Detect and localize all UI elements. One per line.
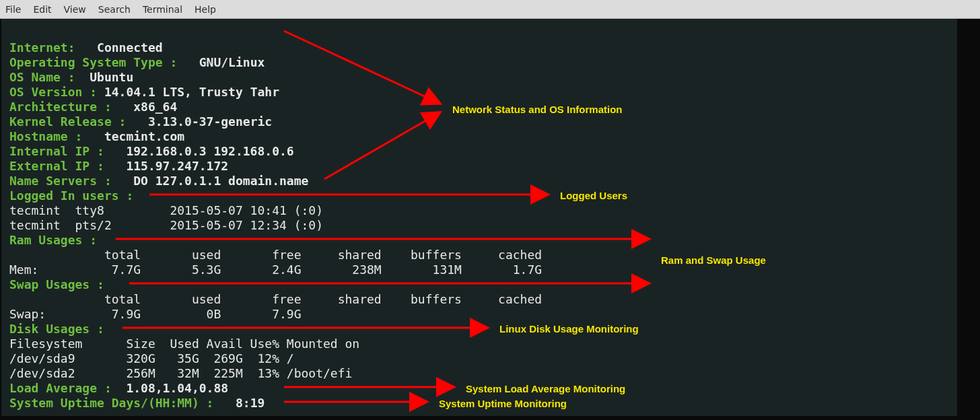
ram-row: Mem: 7.7G 5.3G 2.4G 238M 131M 1.7G	[9, 262, 542, 277]
swap-label: Swap Usages :	[9, 277, 112, 291]
terminal-output: Internet: Connected Operating System Typ…	[1, 19, 957, 416]
disk-label: Disk Usages :	[9, 322, 112, 336]
kernel-value: 3.13.0-37-generic	[133, 114, 272, 129]
disk-row: /dev/sda9 320G 35G 269G 12% /	[9, 351, 294, 365]
host-value: tecmint.com	[90, 129, 184, 143]
ns-label: Name Servers :	[9, 174, 119, 188]
svg-line-0	[284, 31, 439, 103]
arch-value: x86_64	[119, 100, 178, 114]
menu-search[interactable]: Search	[98, 4, 131, 15]
logged-user-row: tecmint tty8 2015-05-07 10:41 (:0)	[9, 203, 323, 217]
extip-label: External IP :	[9, 159, 112, 173]
osname-label: OS Name :	[9, 70, 82, 84]
swap-header: total used free shared buffers cached	[9, 292, 542, 306]
ram-label: Ram Usages :	[9, 233, 104, 247]
internet-label: Internet:	[9, 40, 82, 55]
disk-header: Filesystem Size Used Avail Use% Mounted …	[9, 337, 359, 351]
annotation-ram: Ram and Swap Usage	[661, 253, 766, 268]
ostype-label: Operating System Type :	[9, 55, 184, 69]
load-value: 1.08,1.04,0.88	[119, 381, 229, 395]
arch-label: Architecture :	[9, 100, 119, 114]
annotation-load: System Load Average Monitoring	[466, 382, 625, 396]
menu-view[interactable]: View	[64, 4, 86, 15]
extip-value: 115.97.247.172	[112, 159, 228, 173]
annotation-network: Network Status and OS Information	[452, 102, 623, 117]
ns-value: DO 127.0.1.1 domain.name	[119, 174, 309, 188]
menubar: File Edit View Search Terminal Help	[0, 0, 980, 19]
intip-value: 192.168.0.3 192.168.0.6	[112, 144, 294, 158]
uptime-label: System Uptime Days/(HH:MM) :	[9, 396, 221, 410]
logged-label: Logged In users :	[9, 188, 141, 203]
menu-file[interactable]: File	[5, 4, 21, 15]
disk-row: /dev/sda2 256M 32M 225M 13% /boot/efi	[9, 366, 352, 380]
svg-line-1	[324, 113, 439, 179]
annotation-logged: Logged Users	[560, 188, 627, 203]
annotation-disk: Linux Disk Usage Monitoring	[499, 322, 639, 337]
osname-value: Ubuntu	[82, 70, 133, 84]
internet-value: Connected	[82, 40, 162, 55]
menu-help[interactable]: Help	[195, 4, 216, 15]
ram-header: total used free shared buffers cached	[9, 248, 542, 262]
ostype-value: GNU/Linux	[184, 55, 265, 69]
uptime-value: 8:19	[221, 396, 265, 410]
swap-row: Swap: 7.9G 0B 7.9G	[9, 307, 301, 321]
host-label: Hostname :	[9, 129, 90, 143]
osver-value: 14.04.1 LTS, Trusty Tahr	[104, 85, 279, 99]
load-label: Load Average :	[9, 381, 119, 395]
menu-edit[interactable]: Edit	[33, 4, 51, 15]
menu-terminal[interactable]: Terminal	[143, 4, 182, 15]
osver-label: OS Version :	[9, 85, 104, 99]
annotation-uptime: System Uptime Monitoring	[439, 396, 567, 411]
logged-user-row: tecmint pts/2 2015-05-07 12:34 (:0)	[9, 218, 323, 232]
intip-label: Internal IP :	[9, 144, 112, 158]
kernel-label: Kernel Release :	[9, 114, 133, 129]
